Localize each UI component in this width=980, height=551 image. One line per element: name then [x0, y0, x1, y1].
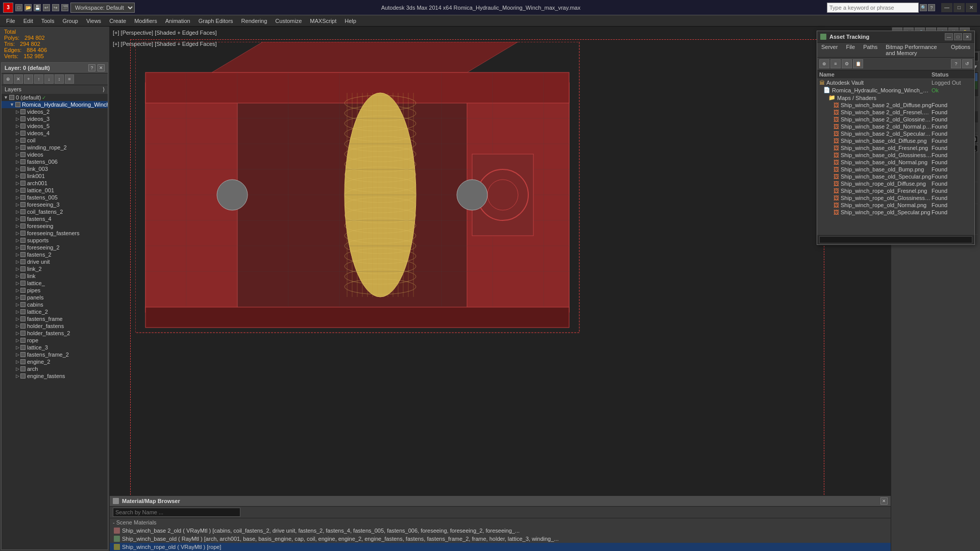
at-row[interactable]: 🖼Ship_winch_base_old_Glossiness.pngFound: [817, 152, 974, 159]
material-row[interactable]: Ship_winch_rope_old ( VRayMtl ) [rope]: [110, 543, 891, 551]
menu-views[interactable]: Views: [82, 17, 105, 25]
layer-tool-2[interactable]: ✕: [14, 74, 23, 84]
layer-tool-6[interactable]: ↕: [55, 74, 64, 84]
at-row[interactable]: 📁Maps / Shaders: [817, 94, 974, 102]
layer-item[interactable]: ▷holder_fastens_2: [2, 330, 108, 337]
menu-modifiers[interactable]: Modifiers: [130, 17, 161, 25]
layer-item[interactable]: ▷drive unit: [2, 258, 108, 265]
at-row[interactable]: 🖼Ship_winch_rope_old_Diffuse.pngFound: [817, 180, 974, 187]
layer-item[interactable]: ▷holder_fastens: [2, 322, 108, 330]
viewport[interactable]: [+] [Perspective] [Shaded + Edged Faces]: [110, 27, 891, 551]
material-search-input[interactable]: [113, 508, 240, 517]
layer-item[interactable]: ▷fastens_4: [2, 215, 108, 222]
open-btn[interactable]: 📂: [24, 4, 32, 11]
undo-btn[interactable]: ↩: [43, 4, 50, 11]
at-tool-3[interactable]: ⚙: [842, 59, 852, 68]
layer-item[interactable]: ▷engine_2: [2, 358, 108, 365]
at-row[interactable]: 🖼Ship_winch_base_old_Fresnel.pngFound: [817, 144, 974, 152]
layer-item[interactable]: ▷videos_5: [2, 122, 108, 130]
layer-tool-5[interactable]: ↓: [44, 74, 54, 84]
layer-item[interactable]: ▷panels: [2, 294, 108, 301]
at-tool-help[interactable]: ?: [951, 59, 961, 68]
layer-item[interactable]: ▷fastens_005: [2, 194, 108, 201]
at-menu-options[interactable]: Options: [947, 43, 974, 57]
at-menu-file[interactable]: File: [842, 43, 859, 57]
at-row[interactable]: 🖼Ship_winch_base_old_Bump.pngFound: [817, 166, 974, 173]
layer-item[interactable]: ▷link_2: [2, 265, 108, 272]
layer-item[interactable]: ▷engine_fastens: [2, 372, 108, 380]
layer-tool-3[interactable]: +: [24, 74, 33, 84]
at-row[interactable]: 🖼Ship_winch_base 2_old_Normal.pngFound: [817, 123, 974, 130]
layer-item[interactable]: ▷rope: [2, 337, 108, 344]
layer-item[interactable]: ▷videos_3: [2, 115, 108, 122]
layer-item[interactable]: ▷lattice_: [2, 280, 108, 287]
menu-edit[interactable]: Edit: [19, 17, 37, 25]
layer-item[interactable]: ▷foreseeing_3: [2, 201, 108, 208]
layer-tool-7[interactable]: ≡: [65, 74, 74, 84]
at-table[interactable]: 🏛Autodesk VaultLogged Out📄Romica_Hydraul…: [817, 79, 974, 235]
layer-list[interactable]: ▼0 (default)✓▼Romica_Hydraulic_Mooring_W…: [2, 94, 108, 549]
search-btn[interactable]: 🔍: [920, 4, 927, 11]
layer-tool-4[interactable]: ↑: [34, 74, 43, 84]
layer-item[interactable]: ▷link: [2, 272, 108, 280]
at-row[interactable]: 🖼Ship_winch_base 2_old_Glossiness.pngFou…: [817, 116, 974, 123]
close-btn[interactable]: ✕: [966, 3, 977, 12]
material-browser-close-btn[interactable]: ✕: [880, 497, 888, 505]
at-row[interactable]: 🖼Ship_winch_rope_old_Specular.pngFound: [817, 209, 974, 216]
layer-close-btn[interactable]: ✕: [97, 64, 105, 71]
at-row[interactable]: 🏛Autodesk VaultLogged Out: [817, 79, 974, 86]
redo-btn[interactable]: ↪: [52, 4, 59, 11]
layer-item[interactable]: ▷videos_4: [2, 130, 108, 137]
layer-tool-1[interactable]: ⊕: [4, 74, 13, 84]
menu-create[interactable]: Create: [105, 17, 130, 25]
layer-item[interactable]: ▷supports: [2, 237, 108, 244]
new-btn[interactable]: □: [15, 4, 22, 11]
at-menu-paths[interactable]: Paths: [859, 43, 881, 57]
menu-maxscript[interactable]: MAXScript: [306, 17, 340, 25]
at-tool-1[interactable]: ⊕: [819, 59, 829, 68]
layer-item[interactable]: ▷lattice_3: [2, 344, 108, 351]
layer-item[interactable]: ▼0 (default)✓: [2, 94, 108, 101]
layers-scroll-btn[interactable]: ⟩: [103, 86, 105, 93]
render-setup-btn[interactable]: 🎬: [61, 4, 68, 11]
at-minimize-btn[interactable]: —: [945, 33, 953, 40]
help-btn[interactable]: ?: [928, 4, 935, 11]
minimize-btn[interactable]: —: [941, 3, 952, 12]
menu-group[interactable]: Group: [58, 17, 82, 25]
layer-item[interactable]: ▷coil_fastens_2: [2, 208, 108, 215]
layer-item[interactable]: ▷arch001: [2, 180, 108, 187]
at-tool-4[interactable]: 📋: [853, 59, 863, 68]
menu-graph-editors[interactable]: Graph Editors: [194, 17, 237, 25]
layer-item[interactable]: ▼Romica_Hydraulic_Mooring_Winch: [2, 101, 108, 108]
layer-item[interactable]: ▷link001: [2, 172, 108, 180]
layer-item[interactable]: ▷videos: [2, 151, 108, 158]
at-row[interactable]: 🖼Ship_winch_base 2_old_Fresnel.pngFound: [817, 109, 974, 116]
layer-item[interactable]: ▷lattice_2: [2, 308, 108, 315]
layer-item[interactable]: ▷winding_rope_2: [2, 144, 108, 151]
menu-rendering[interactable]: Rendering: [237, 17, 272, 25]
at-row[interactable]: 🖼Ship_winch_rope_old_Fresnel.pngFound: [817, 187, 974, 194]
layer-item[interactable]: ▷fastens_frame: [2, 315, 108, 322]
maximize-btn[interactable]: □: [953, 3, 965, 12]
search-input[interactable]: [827, 3, 919, 13]
layer-item[interactable]: ▷foreseeing_fasteners: [2, 230, 108, 237]
at-row[interactable]: 🖼Ship_winch_rope_old_Glossiness.pngFound: [817, 194, 974, 202]
layer-item[interactable]: ▷pipes: [2, 287, 108, 294]
layer-item[interactable]: ▷fastens_frame_2: [2, 351, 108, 358]
layer-item[interactable]: ▷coil: [2, 137, 108, 144]
at-row[interactable]: 🖼Ship_winch_rope_old_Normal.pngFound: [817, 202, 974, 209]
layer-item[interactable]: ▷arch: [2, 365, 108, 372]
layer-item[interactable]: ▷fastens_2: [2, 251, 108, 258]
layer-item[interactable]: ▷foreseeing: [2, 222, 108, 230]
material-row[interactable]: Ship_winch_base 2_old ( VRayMtl ) [cabin…: [110, 527, 891, 535]
workspace-dropdown[interactable]: Workspace: Default: [70, 3, 135, 13]
menu-customize[interactable]: Customize: [271, 17, 306, 25]
at-tool-refresh[interactable]: ↺: [962, 59, 972, 68]
at-close-btn[interactable]: ✕: [963, 33, 971, 40]
menu-tools[interactable]: Tools: [37, 17, 59, 25]
layer-help-btn[interactable]: ?: [88, 64, 95, 71]
layer-item[interactable]: ▷cabins: [2, 301, 108, 308]
layer-item[interactable]: ▷videos_2: [2, 108, 108, 115]
at-menu-server[interactable]: Server: [817, 43, 842, 57]
save-btn[interactable]: 💾: [34, 4, 41, 11]
